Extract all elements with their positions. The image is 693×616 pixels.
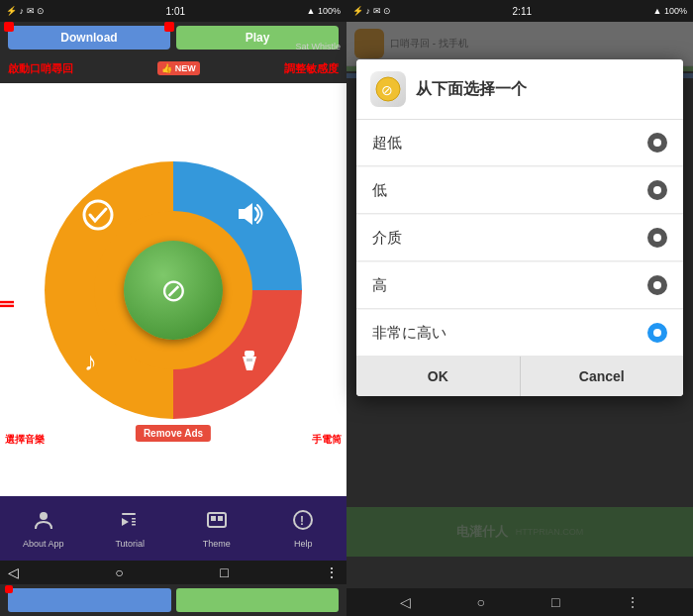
inner-ring: ⊘ bbox=[94, 211, 252, 369]
download-label: Download bbox=[60, 31, 117, 45]
home-button-left[interactable]: ○ bbox=[115, 565, 123, 580]
red-dot-left bbox=[4, 22, 14, 32]
dialog-header: ⊘ 从下面选择一个 bbox=[356, 59, 683, 120]
flashlight-icon bbox=[235, 345, 264, 381]
flashlight-label: 手電筒 bbox=[312, 433, 342, 447]
svg-rect-11 bbox=[132, 524, 136, 526]
option-medium[interactable]: 介质 bbox=[356, 215, 683, 261]
svg-text:!: ! bbox=[300, 514, 304, 528]
whistle-activate-label: 啟動口哨尋回 bbox=[8, 61, 73, 76]
dialog-body: 超低 低 介质 高 非常に高い bbox=[356, 120, 683, 357]
svg-rect-5 bbox=[247, 359, 252, 361]
svg-point-6 bbox=[40, 512, 48, 520]
sat-whistle-label: Sat Whistle bbox=[295, 42, 341, 51]
checkmark-icon bbox=[82, 199, 114, 238]
select-music-label: 選擇音樂 bbox=[5, 433, 45, 447]
arrow-left-icon: ⟸ bbox=[0, 290, 14, 318]
sensitivity-dialog: ⊘ 从下面选择一个 超低 低 介质 高 非常に高い bbox=[356, 59, 683, 396]
cancel-button[interactable]: Cancel bbox=[521, 357, 684, 396]
status-bar-left: ⚡ ♪ ✉ ⊙ 1:01 ▲ 100% bbox=[0, 0, 346, 22]
adjust-sensitivity-label: 調整敏感度 bbox=[284, 61, 339, 76]
recent-button-left[interactable]: □ bbox=[220, 565, 228, 580]
remove-ads-button[interactable]: Remove Ads bbox=[136, 425, 211, 442]
system-nav-bar-right: ◁ ○ □ ⋮ bbox=[346, 588, 693, 616]
play-label: Play bbox=[246, 31, 270, 45]
option-very-high-label: 非常に高い bbox=[372, 324, 446, 343]
tutorial-label: Tutorial bbox=[115, 539, 145, 549]
radio-high[interactable] bbox=[647, 275, 667, 295]
menu-button-right[interactable]: ⋮ bbox=[626, 594, 640, 610]
svg-point-0 bbox=[84, 201, 112, 229]
time-right: 2:11 bbox=[513, 6, 532, 17]
nav-tutorial[interactable]: Tutorial bbox=[87, 504, 174, 554]
time-left: 1:01 bbox=[166, 6, 185, 17]
svg-rect-3 bbox=[245, 351, 254, 357]
preview-play-btn bbox=[176, 588, 340, 612]
svg-rect-14 bbox=[218, 516, 223, 521]
option-medium-label: 介质 bbox=[372, 229, 402, 248]
red-dot-right bbox=[164, 22, 174, 32]
music-icon: ♪ bbox=[82, 345, 112, 381]
theme-icon bbox=[206, 509, 228, 536]
center-button[interactable]: ⊘ bbox=[124, 241, 223, 340]
download-button[interactable]: Download bbox=[8, 26, 170, 50]
svg-marker-8 bbox=[122, 518, 129, 526]
help-label: Help bbox=[294, 539, 313, 549]
bottom-preview-area bbox=[0, 584, 346, 616]
ok-button[interactable]: OK bbox=[356, 357, 521, 396]
option-high-label: 高 bbox=[372, 276, 387, 295]
whistle-label-area: 啟動口哨尋回 👍 NEW 調整敏感度 Sat Whistle bbox=[0, 53, 346, 83]
radio-ultra-low[interactable] bbox=[647, 133, 667, 153]
radio-low[interactable] bbox=[647, 180, 667, 200]
back-button-right[interactable]: ◁ bbox=[400, 594, 411, 610]
tutorial-icon bbox=[119, 509, 141, 536]
nav-about-app[interactable]: About App bbox=[0, 504, 87, 554]
preview-download-btn bbox=[8, 588, 171, 612]
svg-rect-12 bbox=[208, 513, 226, 527]
status-right-icons: ▲ 100% bbox=[307, 6, 341, 16]
option-very-high[interactable]: 非常に高い bbox=[356, 310, 683, 357]
new-badge: 👍 NEW bbox=[157, 61, 200, 75]
radio-very-high[interactable] bbox=[647, 323, 667, 343]
center-logo-icon: ⊘ bbox=[160, 271, 187, 309]
option-high[interactable]: 高 bbox=[356, 262, 683, 309]
home-button-right[interactable]: ○ bbox=[477, 594, 485, 610]
menu-button-left[interactable]: ⋮ bbox=[325, 565, 339, 580]
dialog-app-icon: ⊘ bbox=[370, 71, 406, 107]
option-low[interactable]: 低 bbox=[356, 167, 683, 214]
svg-rect-9 bbox=[132, 518, 136, 520]
status-right-right-icons: ▲ 100% bbox=[653, 6, 687, 16]
svg-rect-7 bbox=[122, 513, 136, 515]
option-ultra-low-label: 超低 bbox=[372, 134, 402, 153]
person-icon bbox=[33, 509, 54, 536]
speaker-icon bbox=[235, 199, 264, 236]
svg-rect-13 bbox=[211, 516, 216, 521]
circle-area: ⟸ bbox=[0, 83, 346, 496]
right-panel: ⚡ ♪ ✉ ⊙ 2:11 ▲ 100% 口哨寻回 - 找手机 电灌什人 HTTP… bbox=[346, 0, 693, 616]
system-nav-bar-left: ◁ ○ □ ⋮ bbox=[0, 561, 346, 584]
help-icon: ! bbox=[292, 509, 314, 536]
nav-theme[interactable]: Theme bbox=[173, 504, 260, 554]
recent-button-right[interactable]: □ bbox=[551, 594, 559, 610]
circle-widget[interactable]: ♪ ⊘ bbox=[45, 161, 302, 419]
svg-rect-10 bbox=[132, 521, 136, 523]
status-right-left-icons: ⚡ ♪ ✉ ⊙ bbox=[352, 6, 391, 16]
bottom-nav: About App Tutorial bbox=[0, 496, 346, 561]
svg-text:⊘: ⊘ bbox=[381, 82, 393, 98]
svg-marker-1 bbox=[239, 203, 252, 225]
status-bar-right: ⚡ ♪ ✉ ⊙ 2:11 ▲ 100% bbox=[346, 0, 693, 22]
dialog-title: 从下面选择一个 bbox=[416, 79, 527, 100]
svg-text:♪: ♪ bbox=[84, 347, 97, 374]
radio-medium[interactable] bbox=[647, 228, 667, 248]
dialog-buttons: OK Cancel bbox=[356, 357, 683, 396]
option-ultra-low[interactable]: 超低 bbox=[356, 120, 683, 166]
about-app-label: About App bbox=[23, 539, 64, 549]
option-low-label: 低 bbox=[372, 181, 387, 200]
theme-label: Theme bbox=[203, 539, 231, 549]
back-button-left[interactable]: ◁ bbox=[8, 565, 19, 580]
left-panel: ⚡ ♪ ✉ ⊙ 1:01 ▲ 100% Download Play 啟動口哨尋回… bbox=[0, 0, 346, 616]
nav-help[interactable]: ! Help bbox=[260, 504, 347, 554]
status-left-icons: ⚡ ♪ ✉ ⊙ bbox=[6, 6, 45, 16]
